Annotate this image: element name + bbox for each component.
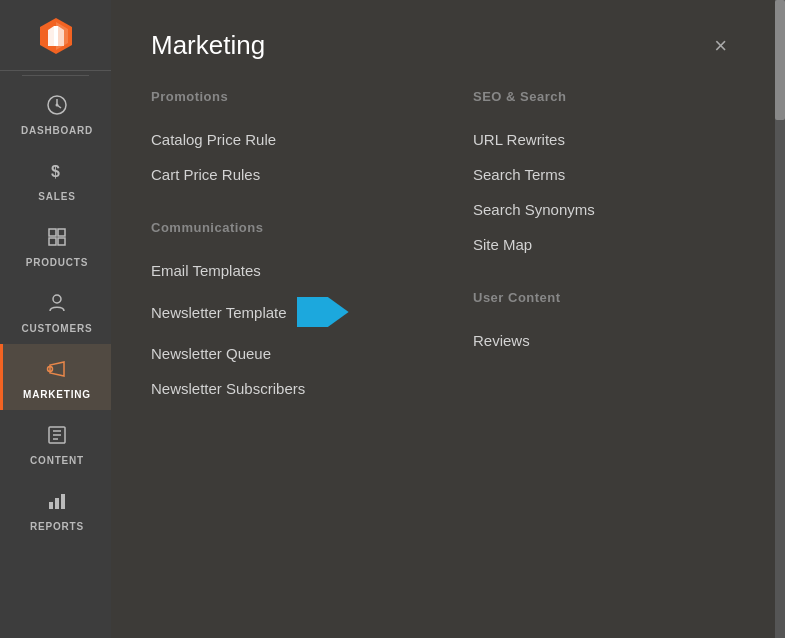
marketing-icon bbox=[46, 358, 68, 383]
sidebar-item-reports[interactable]: REPORTS bbox=[0, 476, 111, 542]
panel-header: Marketing × bbox=[151, 30, 735, 61]
svg-rect-8 bbox=[49, 229, 56, 236]
panel-title: Marketing bbox=[151, 30, 265, 61]
sidebar-divider-top bbox=[22, 75, 89, 76]
sidebar-logo bbox=[0, 0, 111, 71]
svg-rect-20 bbox=[61, 494, 65, 509]
sidebar-item-content[interactable]: CONTENT bbox=[0, 410, 111, 476]
sidebar-item-marketing[interactable]: MARKETING bbox=[0, 344, 111, 410]
scrollbar-thumb[interactable] bbox=[775, 0, 785, 120]
panel-left-column: Promotions Catalog Price Rule Cart Price… bbox=[151, 89, 413, 406]
sales-icon: $ bbox=[46, 160, 68, 185]
blue-arrow-indicator bbox=[297, 297, 349, 327]
sidebar-item-sales-label: SALES bbox=[38, 191, 75, 202]
marketing-panel: Marketing × Promotions Catalog Price Rul… bbox=[111, 0, 775, 638]
customers-icon bbox=[46, 292, 68, 317]
catalog-price-rule-link[interactable]: Catalog Price Rule bbox=[151, 122, 413, 157]
user-content-section: User Content Reviews bbox=[473, 290, 735, 358]
svg-rect-18 bbox=[49, 502, 53, 509]
magento-logo-icon bbox=[34, 14, 78, 58]
sidebar-item-sales[interactable]: $ SALES bbox=[0, 146, 111, 212]
sidebar-item-dashboard[interactable]: DASHBOARD bbox=[0, 80, 111, 146]
email-templates-link[interactable]: Email Templates bbox=[151, 253, 413, 288]
search-terms-link[interactable]: Search Terms bbox=[473, 157, 735, 192]
svg-text:$: $ bbox=[51, 163, 60, 180]
site-map-link[interactable]: Site Map bbox=[473, 227, 735, 262]
newsletter-template-label: Newsletter Template bbox=[151, 304, 287, 321]
newsletter-subscribers-link[interactable]: Newsletter Subscribers bbox=[151, 371, 413, 406]
search-synonyms-link[interactable]: Search Synonyms bbox=[473, 192, 735, 227]
reports-icon bbox=[46, 490, 68, 515]
sidebar-item-products[interactable]: PRODUCTS bbox=[0, 212, 111, 278]
newsletter-queue-link[interactable]: Newsletter Queue bbox=[151, 336, 413, 371]
reviews-link[interactable]: Reviews bbox=[473, 323, 735, 358]
sidebar-item-reports-label: REPORTS bbox=[30, 521, 84, 532]
communications-section: Communications Email Templates Newslette… bbox=[151, 220, 413, 406]
sidebar-item-content-label: CONTENT bbox=[30, 455, 84, 466]
panel-content: Promotions Catalog Price Rule Cart Price… bbox=[151, 89, 735, 406]
promotions-heading: Promotions bbox=[151, 89, 413, 104]
sidebar-item-products-label: PRODUCTS bbox=[26, 257, 89, 268]
cart-price-rules-link[interactable]: Cart Price Rules bbox=[151, 157, 413, 192]
products-icon bbox=[46, 226, 68, 251]
scrollbar-track[interactable] bbox=[775, 0, 785, 638]
svg-rect-11 bbox=[58, 238, 65, 245]
user-content-heading: User Content bbox=[473, 290, 735, 305]
sidebar-item-customers[interactable]: CUSTOMERS bbox=[0, 278, 111, 344]
sidebar-item-customers-label: CUSTOMERS bbox=[22, 323, 93, 334]
promotions-section: Promotions Catalog Price Rule Cart Price… bbox=[151, 89, 413, 192]
svg-point-12 bbox=[53, 295, 61, 303]
svg-rect-9 bbox=[58, 229, 65, 236]
sidebar-item-dashboard-label: DASHBOARD bbox=[21, 125, 93, 136]
sidebar: DASHBOARD $ SALES PRODUCTS bbox=[0, 0, 111, 638]
close-button[interactable]: × bbox=[706, 31, 735, 61]
svg-point-6 bbox=[56, 104, 59, 107]
panel-right-column: SEO & Search URL Rewrites Search Terms S… bbox=[473, 89, 735, 406]
url-rewrites-link[interactable]: URL Rewrites bbox=[473, 122, 735, 157]
content-icon bbox=[46, 424, 68, 449]
svg-rect-2 bbox=[54, 26, 58, 46]
newsletter-template-link[interactable]: Newsletter Template bbox=[151, 288, 413, 336]
seo-section: SEO & Search URL Rewrites Search Terms S… bbox=[473, 89, 735, 262]
sidebar-item-marketing-label: MARKETING bbox=[23, 389, 91, 400]
seo-heading: SEO & Search bbox=[473, 89, 735, 104]
dashboard-icon bbox=[46, 94, 68, 119]
main-area: Marketing × Promotions Catalog Price Rul… bbox=[111, 0, 785, 638]
svg-rect-19 bbox=[55, 498, 59, 509]
communications-heading: Communications bbox=[151, 220, 413, 235]
svg-rect-10 bbox=[49, 238, 56, 245]
